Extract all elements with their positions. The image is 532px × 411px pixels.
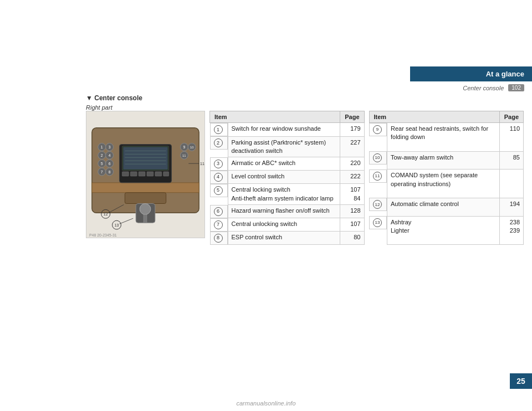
row-desc: Parking assist (Parktronic* system) deac… [228, 136, 340, 157]
table-row: 1 Switch for rear window sunshade 179 [210, 123, 365, 137]
svg-text:5: 5 [101, 162, 103, 166]
svg-rect-12 [130, 172, 137, 176]
svg-rect-16 [163, 172, 169, 176]
car-image: 1 3 2 4 5 6 7 8 9 10 11 11 [86, 111, 205, 238]
svg-text:9: 9 [183, 145, 185, 149]
row-page [499, 169, 523, 198]
table-row: 2 Parking assist (Parktronic* system) de… [210, 136, 365, 157]
table-row: 12 Automatic climate control 194 [369, 198, 524, 216]
row-num: 11 [369, 169, 387, 183]
row-desc: Switch for rear window sunshade [228, 123, 340, 137]
row-desc: Central locking switchAnti-theft alarm s… [228, 184, 340, 205]
table-row: 11 COMAND system (see separate operating… [369, 169, 524, 198]
table-row: 4 Level control switch 222 [210, 171, 365, 184]
svg-rect-44 [144, 214, 147, 223]
row-num: 5 [210, 184, 228, 197]
svg-text:3: 3 [109, 145, 111, 149]
table-row: 3 Airmatic or ABC* switch 220 [210, 157, 365, 171]
row-num: 3 [210, 157, 228, 171]
svg-text:7: 7 [101, 170, 103, 174]
table-row: 10 Tow-away alarm switch 85 [369, 151, 524, 169]
table-row: 8 ESP control switch 80 [210, 232, 365, 245]
row-desc: Automatic climate control [387, 198, 500, 216]
section-heading: Center console [86, 94, 142, 102]
svg-text:11: 11 [182, 154, 186, 157]
svg-point-43 [140, 204, 151, 215]
tables-container: Item Page 1 Switch for rear window sunsh… [209, 111, 524, 245]
row-page: 220 [340, 157, 364, 171]
row-page: 222 [340, 171, 364, 184]
subheader-text: Center console [463, 85, 504, 91]
row-num: 4 [210, 171, 228, 184]
row-desc: Rear seat head restraints, switch for fo… [387, 123, 500, 152]
right-table: Item Page 9 Rear seat head restraints, s… [369, 111, 524, 245]
svg-rect-14 [147, 172, 154, 176]
row-desc: Airmatic or ABC* switch [228, 157, 340, 171]
svg-rect-2 [92, 183, 199, 193]
table-row: 13 AshtrayLighter 238239 [369, 216, 524, 245]
table-row: 6 Hazard warning flasher on/off switch 1… [210, 205, 365, 218]
left-table-page-header: Page [340, 111, 364, 123]
row-desc: Tow-away alarm switch [387, 151, 500, 169]
svg-text:6: 6 [109, 162, 111, 166]
svg-rect-13 [139, 172, 145, 176]
row-page: 110 [499, 123, 523, 152]
row-page: 85 [499, 151, 523, 169]
right-table-item-header: Item [369, 111, 499, 123]
table-row: 5 Central locking switchAnti-theft alarm… [210, 184, 365, 205]
row-page: 80 [340, 232, 364, 245]
row-num: 9 [369, 123, 387, 136]
page-number-badge: 25 [510, 373, 532, 389]
row-num: 2 [210, 136, 228, 150]
row-page: 238239 [499, 216, 523, 245]
right-table-page-header: Page [499, 111, 523, 123]
row-num: 6 [210, 205, 228, 218]
row-page: 227 [340, 136, 364, 157]
svg-text:13: 13 [115, 223, 119, 227]
row-page: 10784 [340, 184, 364, 205]
row-num: 12 [369, 198, 387, 211]
subsection-heading: Right part [86, 104, 112, 111]
svg-rect-41 [125, 193, 166, 204]
row-page: 107 [340, 218, 364, 232]
svg-text:12: 12 [104, 212, 108, 216]
row-num: 7 [210, 218, 228, 232]
header-title: At a glance [410, 66, 532, 81]
table-row: 7 Central unlocking switch 107 [210, 218, 365, 232]
row-num: 1 [210, 123, 228, 136]
svg-rect-11 [122, 172, 129, 176]
left-table-item-header: Item [210, 111, 340, 123]
svg-text:10: 10 [190, 146, 194, 149]
svg-text:P48 20-2345-31: P48 20-2345-31 [89, 233, 117, 237]
row-desc: ESP control switch [228, 232, 340, 245]
svg-rect-15 [155, 172, 162, 176]
svg-rect-5 [123, 147, 167, 169]
row-desc: AshtrayLighter [387, 216, 500, 245]
row-page: 128 [340, 205, 364, 218]
row-num: 8 [210, 232, 228, 245]
row-desc: Level control switch [228, 171, 340, 184]
row-desc: Hazard warning flasher on/off switch [228, 205, 340, 218]
watermark: carmanualsonline.info [236, 400, 295, 407]
left-table: Item Page 1 Switch for rear window sunsh… [209, 111, 365, 245]
svg-text:2: 2 [101, 153, 103, 157]
subheader-badge: 102 [508, 84, 524, 91]
svg-text:11: 11 [200, 162, 204, 166]
row-num: 10 [369, 151, 387, 165]
row-num: 13 [369, 216, 387, 229]
subheader-bar: Center console 102 [410, 83, 532, 93]
row-page: 179 [340, 123, 364, 137]
row-desc: Central unlocking switch [228, 218, 340, 232]
row-page: 194 [499, 198, 523, 216]
table-row: 9 Rear seat head restraints, switch for … [369, 123, 524, 152]
svg-text:4: 4 [109, 153, 111, 157]
svg-text:1: 1 [101, 145, 103, 149]
svg-text:8: 8 [109, 170, 111, 174]
row-desc: COMAND system (see separate operating in… [387, 169, 500, 198]
